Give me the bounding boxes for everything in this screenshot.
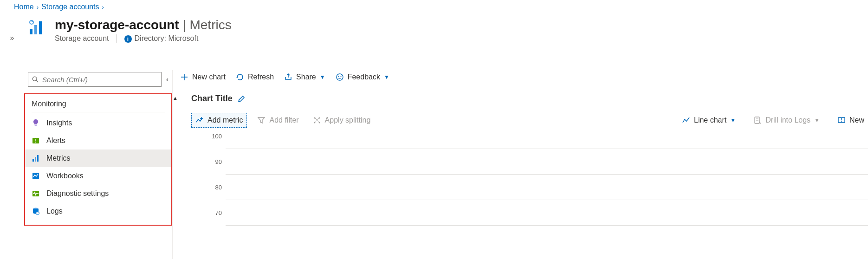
share-button[interactable]: Share ▼: [284, 73, 325, 81]
chevron-right-icon: ›: [37, 4, 39, 11]
info-icon: i: [124, 35, 132, 43]
divider: [117, 34, 117, 43]
drill-logs-icon: [753, 116, 762, 124]
svg-rect-11: [37, 155, 39, 162]
drill-into-logs-button: Drill into Logs ▼: [750, 113, 823, 127]
svg-line-5: [36, 80, 38, 82]
chevron-down-icon: ▼: [730, 117, 736, 124]
edit-title-button[interactable]: [237, 95, 246, 103]
expand-rail-icon[interactable]: »: [10, 34, 14, 42]
divider: [32, 112, 165, 112]
chevron-down-icon: ▼: [320, 74, 325, 80]
svg-rect-6: [35, 125, 37, 126]
plus-icon: [180, 73, 188, 81]
svg-rect-2: [39, 21, 42, 34]
smiley-icon: [336, 73, 344, 81]
chart-plot-area: 100 90 80 70: [191, 136, 868, 238]
chevron-right-icon: ›: [102, 4, 104, 11]
sidebar-item-metrics[interactable]: Metrics: [25, 150, 171, 167]
chart-toolbar: Add metric Add filter Apply splitting: [191, 111, 868, 130]
split-icon: [313, 116, 321, 124]
sidebar-item-diagnostic-settings[interactable]: Diagnostic settings: [25, 185, 171, 202]
new-alert-button[interactable]: ! New: [834, 113, 868, 127]
alert-icon: !: [32, 136, 40, 145]
sidebar-item-label: Alerts: [46, 136, 65, 145]
diagnostic-icon: [32, 189, 40, 198]
filter-icon: [257, 116, 266, 124]
svg-point-20: [340, 76, 341, 77]
logs-icon: [32, 207, 40, 215]
y-tick: 90: [209, 158, 226, 165]
svg-point-4: [32, 77, 37, 81]
chevron-down-icon: ▼: [814, 117, 820, 124]
svg-rect-1: [34, 25, 37, 34]
page-title: my-storage-account | Metrics: [55, 18, 232, 32]
alert-rule-icon: !: [837, 116, 846, 124]
collapse-sidebar-icon[interactable]: ‹‹: [164, 76, 168, 83]
command-bar: New chart Refresh Share ▼ Feedback: [180, 72, 868, 87]
sidebar-item-alerts[interactable]: ! Alerts: [25, 132, 171, 150]
sidebar-item-logs[interactable]: Logs: [25, 202, 171, 220]
chart-title: Chart Title: [191, 94, 233, 104]
sidebar-item-label: Insights: [46, 119, 72, 127]
add-filter-button: Add filter: [253, 113, 302, 127]
storage-metrics-icon: [28, 18, 46, 36]
add-metric-button[interactable]: Add metric: [191, 113, 247, 128]
sidebar-item-label: Workbooks: [46, 172, 84, 180]
sidebar-item-label: Metrics: [46, 154, 71, 162]
refresh-icon: [236, 73, 244, 81]
left-rail: »: [0, 13, 24, 70]
y-tick: 100: [209, 133, 226, 140]
breadcrumb-home[interactable]: Home: [14, 3, 34, 11]
sidebar-item-workbooks[interactable]: Workbooks: [25, 167, 171, 185]
lightbulb-icon: [32, 119, 40, 127]
workbooks-icon: [32, 172, 40, 180]
svg-point-19: [338, 76, 339, 77]
apply-splitting-button: Apply splitting: [309, 113, 375, 127]
svg-point-18: [337, 74, 343, 80]
sidebar-section-title: Monitoring: [25, 94, 171, 112]
page-header: my-storage-account | Metrics Storage acc…: [24, 13, 868, 70]
new-chart-button[interactable]: New chart: [180, 73, 226, 81]
y-tick: 70: [209, 209, 226, 216]
sidebar-item-insights[interactable]: Insights: [25, 114, 171, 132]
chart-type-selector[interactable]: Line chart ▼: [678, 113, 739, 127]
search-input-wrapper[interactable]: [28, 72, 162, 87]
svg-text:!: !: [841, 117, 842, 123]
share-icon: [284, 73, 292, 81]
y-tick: 80: [209, 184, 226, 191]
line-chart-icon: [682, 116, 690, 124]
breadcrumb-storage-accounts[interactable]: Storage accounts: [41, 3, 99, 11]
sidebar-item-label: Logs: [46, 207, 63, 215]
metrics-icon: [32, 154, 40, 162]
svg-rect-0: [30, 29, 32, 34]
breadcrumb: Home › Storage accounts ›: [0, 0, 868, 13]
search-icon: [32, 76, 39, 83]
directory-label: iDirectory: Microsoft: [124, 34, 199, 43]
svg-text:!: !: [35, 138, 37, 143]
add-metric-icon: [195, 116, 204, 124]
chevron-down-icon: ▼: [384, 74, 389, 80]
svg-rect-10: [35, 157, 36, 162]
svg-rect-9: [32, 159, 34, 162]
search-input[interactable]: [42, 76, 157, 84]
resource-type-label: Storage account: [55, 34, 109, 43]
scroll-up-icon[interactable]: ▲: [173, 95, 178, 101]
refresh-button[interactable]: Refresh: [236, 73, 274, 81]
sidebar-item-label: Diagnostic settings: [46, 189, 109, 198]
feedback-button[interactable]: Feedback ▼: [336, 73, 389, 81]
monitoring-section-highlight: ▲ Monitoring Insights ! Alerts Metrics: [24, 93, 172, 226]
